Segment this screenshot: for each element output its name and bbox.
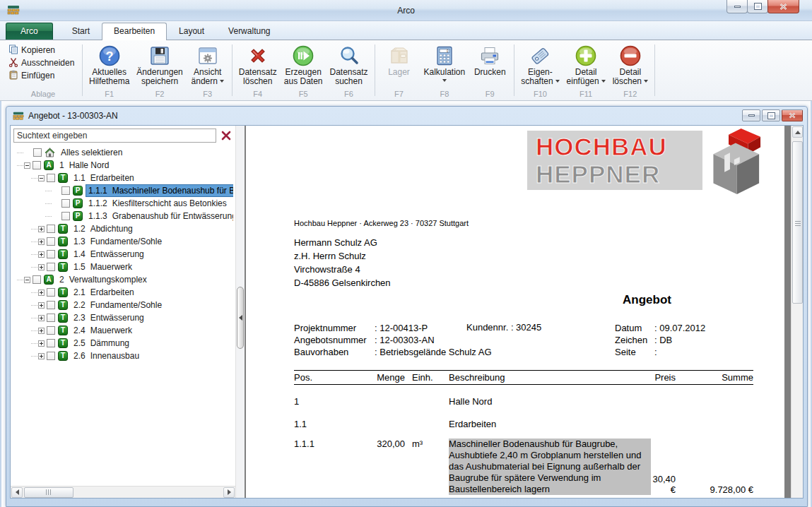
tree-item-1-1-2[interactable]: P1.1.2Kiesfilterschicht aus Betonkies (13, 197, 233, 210)
tree-item-alles[interactable]: Alles selektieren (13, 146, 233, 159)
scrollbar-thumb[interactable] (792, 141, 803, 304)
tree-item-label[interactable]: 1.2Abdichtung (71, 223, 135, 234)
tree-item-label[interactable]: 1Halle Nord (57, 160, 111, 171)
tree-checkbox[interactable] (47, 301, 55, 309)
tree-item-label[interactable]: Alles selektieren (59, 147, 124, 158)
expand-icon[interactable] (38, 302, 45, 309)
ribbon-button-f8[interactable]: 0KalkulationF8 (420, 43, 469, 99)
tree-checkbox[interactable] (33, 148, 42, 157)
tab-start[interactable]: Start (60, 23, 102, 40)
ribbon-button-f12[interactable]: DetaillöschenF12 (609, 43, 652, 99)
close-button[interactable] (767, 0, 799, 13)
tree-checkbox[interactable] (47, 174, 55, 182)
minimize-button[interactable] (726, 0, 748, 13)
expand-icon[interactable] (38, 353, 45, 359)
search-input[interactable] (13, 129, 216, 143)
tree-checkbox[interactable] (61, 199, 70, 208)
expand-icon[interactable] (38, 340, 45, 347)
expand-icon[interactable] (38, 251, 45, 258)
panel-splitter[interactable] (235, 126, 245, 498)
tree-item-label[interactable]: 2.1Erdarbeiten (71, 287, 136, 298)
tree-item-label[interactable]: 2.3Entwässerung (71, 312, 146, 323)
scroll-left-button[interactable] (11, 487, 23, 498)
tree-horizontal-scrollbar[interactable] (11, 486, 235, 498)
tab-verwaltung[interactable]: Verwaltung (216, 23, 282, 40)
expand-icon[interactable] (38, 264, 45, 270)
ribbon-small-scissors[interactable]: Ausschneiden (7, 56, 79, 69)
tree-item-label[interactable]: 2Verwaltungskomplex (57, 274, 149, 285)
tree-item-label[interactable]: 2.5Dämmung (71, 338, 131, 349)
expand-icon[interactable] (38, 315, 45, 321)
tree-checkbox[interactable] (47, 326, 55, 335)
child-restore-button[interactable] (762, 109, 780, 121)
document-vertical-scrollbar[interactable] (791, 126, 803, 498)
scrollbar-thumb[interactable] (24, 487, 73, 498)
tree-item-2-1[interactable]: T2.1Erdarbeiten (13, 286, 233, 299)
tree-item-1-1-3[interactable]: P1.1.3Grabenaushub für Entwässerung (13, 210, 233, 222)
tree-checkbox[interactable] (47, 288, 55, 297)
restore-button[interactable] (747, 0, 768, 13)
tree-checkbox[interactable] (47, 237, 55, 246)
tree-item-1-1-1[interactable]: P1.1.1Maschineller Bodenaushub für Bau (13, 184, 233, 197)
expand-icon[interactable] (38, 226, 45, 232)
tree-item-label[interactable]: 1.1Erdarbeiten (71, 172, 136, 184)
tree-item-label[interactable]: 1.5Mauerwerk (71, 261, 134, 273)
tree-item-label[interactable]: 2.4Mauerwerk (71, 325, 134, 336)
tree-item-label[interactable]: 1.1.3Grabenaushub für Entwässerung (86, 210, 233, 222)
tree-checkbox[interactable] (47, 339, 55, 347)
tree-item-label[interactable]: 1.4Entwässerung (71, 249, 146, 260)
ribbon-button-f5[interactable]: Erzeugenaus DatenF5 (281, 43, 326, 99)
tree-item-label[interactable]: 1.1.2Kiesfilterschicht aus Betonkies (86, 198, 229, 209)
tree-checkbox[interactable] (61, 186, 70, 195)
tree-item-label[interactable]: 1.1.1Maschineller Bodenaushub für Bau (86, 185, 233, 196)
tree-item-label[interactable]: 2.2Fundamente/Sohle (71, 299, 164, 311)
tab-bearbeiten[interactable]: Bearbeiten (102, 23, 167, 40)
ribbon-button-f2[interactable]: ÄnderungenspeichernF2 (133, 43, 186, 99)
tree-item-2-3[interactable]: T2.3Entwässerung (13, 311, 233, 324)
child-minimize-button[interactable] (742, 109, 760, 121)
ribbon-button-f9[interactable]: DruckenF9 (469, 43, 511, 99)
ribbon-button-f6[interactable]: DatensatzsuchenF6 (326, 43, 371, 99)
ribbon-button-f1[interactable]: ?AktuellesHilfethemaF1 (86, 43, 133, 99)
collapse-icon[interactable] (24, 277, 30, 283)
tree-item-label[interactable]: 1.3Fundamente/Sohle (71, 236, 164, 247)
ribbon-button-f11[interactable]: DetaileinfügenF11 (563, 43, 609, 99)
splitter-collapse-button[interactable] (237, 287, 244, 349)
tree-item-2-4[interactable]: T2.4Mauerwerk (13, 324, 233, 337)
tree-checkbox[interactable] (33, 275, 41, 284)
tree-item-label[interactable]: 2.6Innenausbau (71, 350, 141, 362)
scroll-right-button[interactable] (223, 487, 235, 498)
tree-checkbox[interactable] (47, 314, 55, 322)
tree-item-1-3[interactable]: T1.3Fundamente/Sohle (13, 235, 233, 248)
ribbon-button-f4[interactable]: DatensatzlöschenF4 (235, 43, 281, 99)
tree-checkbox[interactable] (61, 212, 70, 220)
ribbon-small-copy[interactable]: Kopieren (7, 44, 79, 56)
scroll-up-button[interactable] (792, 126, 803, 138)
search-clear-button[interactable] (220, 129, 233, 142)
tree-item-2-5[interactable]: T2.5Dämmung (13, 337, 233, 350)
ribbon-button-f10[interactable]: Eigen-schaftenF10 (517, 43, 563, 99)
collapse-icon[interactable] (24, 162, 30, 169)
expand-icon[interactable] (38, 290, 45, 296)
expand-icon[interactable] (38, 239, 45, 245)
collapse-icon[interactable] (38, 175, 45, 181)
tree-item-2-6[interactable]: T2.6Innenausbau (13, 350, 233, 362)
tree-item-2-2[interactable]: T2.2Fundamente/Sohle (13, 299, 233, 311)
ribbon-button-f3[interactable]: AnsichtändernF3 (187, 43, 229, 99)
child-close-button[interactable] (782, 109, 803, 121)
tree-checkbox[interactable] (47, 250, 55, 258)
tree-item-1-4[interactable]: T1.4Entwässerung (13, 248, 233, 261)
tree-item-1-2[interactable]: T1.2Abdichtung (13, 222, 233, 235)
tree-item-2[interactable]: A2Verwaltungskomplex (13, 273, 233, 286)
tab-arco[interactable]: Arco (6, 23, 53, 40)
expand-icon[interactable] (38, 328, 45, 334)
tree-checkbox[interactable] (33, 161, 41, 169)
tree-item-1-5[interactable]: T1.5Mauerwerk (13, 261, 233, 273)
tab-layout[interactable]: Layout (167, 23, 216, 40)
ribbon-small-paste[interactable]: Einfügen (7, 69, 79, 82)
tree-item-1[interactable]: A1Halle Nord (13, 159, 233, 172)
tree-checkbox[interactable] (47, 263, 55, 271)
tree-checkbox[interactable] (47, 225, 55, 233)
tree-item-1-1[interactable]: T1.1Erdarbeiten (13, 172, 233, 184)
tree-checkbox[interactable] (47, 352, 55, 360)
